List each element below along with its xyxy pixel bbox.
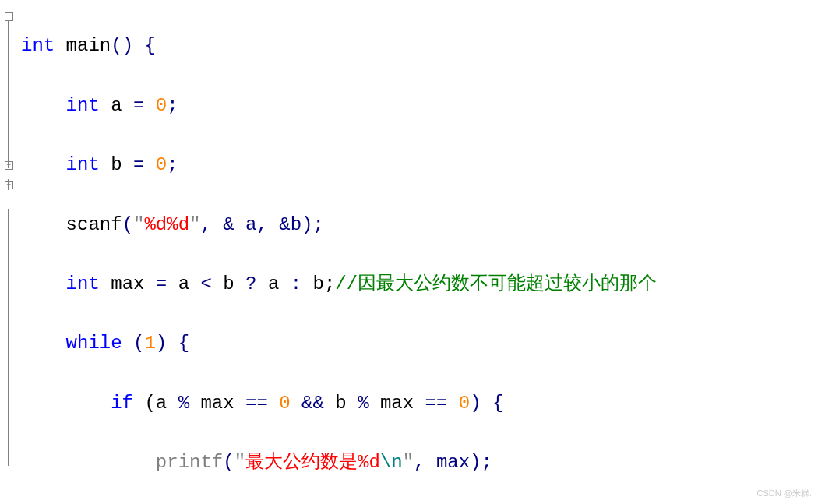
- code-line: printf("最大公约数是%d\n", max);: [21, 448, 818, 478]
- code-line: int b = 0;: [21, 150, 818, 180]
- code-line: int a = 0;: [21, 91, 818, 121]
- code-line: if (a % max == 0 && b % max == 0) {: [21, 389, 818, 418]
- code-line: scanf("%d%d", & a, &b);: [21, 210, 818, 240]
- fold-gutter: − − −: [0, 0, 18, 504]
- fold-marker-icon[interactable]: −: [5, 181, 13, 189]
- code-editor: − − − int main() { int a = 0; int b = 0;…: [0, 0, 818, 504]
- code-line: int main() {: [21, 31, 818, 61]
- fold-marker-icon[interactable]: −: [5, 12, 13, 21]
- watermark: CSDN @米糕.: [757, 487, 812, 501]
- code-area[interactable]: int main() { int a = 0; int b = 0; scanf…: [18, 0, 818, 504]
- fold-marker-icon[interactable]: −: [5, 161, 13, 170]
- code-line: int max = a < b ? a : b;//因最大公约数不可能超过较小的…: [21, 270, 818, 299]
- code-line: while (1) {: [21, 329, 818, 358]
